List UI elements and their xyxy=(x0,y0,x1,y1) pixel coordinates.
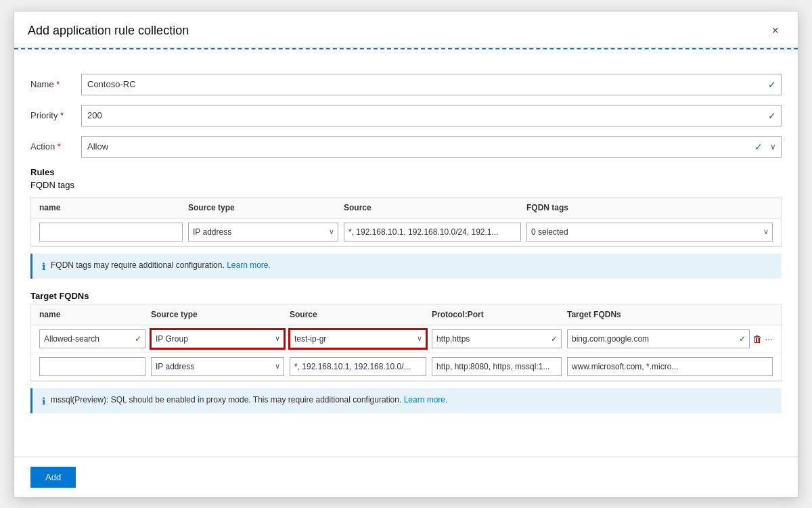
target-fqdns-row2-source-type-wrapper: IP address IP Group ∨ xyxy=(151,357,284,376)
target-fqdns-row1-source-select[interactable]: test-ip-gr xyxy=(290,329,426,348)
action-field-group: Action * Allow Deny ✓ ∨ xyxy=(30,136,782,158)
target-fqdns-header-protocol: Protocol:Port xyxy=(429,308,564,321)
target-fqdns-title: Target FQDNs xyxy=(30,291,782,301)
action-label: Action * xyxy=(30,141,81,152)
priority-input[interactable] xyxy=(81,105,782,126)
priority-check-icon: ✓ xyxy=(768,110,776,121)
name-check-icon: ✓ xyxy=(768,79,776,90)
target-fqdns-row1-protocol-check-icon: ✓ xyxy=(551,334,558,344)
fqdn-tags-info-text: FQDN tags may require additional configu… xyxy=(51,260,271,270)
fqdn-tags-source-input[interactable] xyxy=(344,223,521,241)
fqdn-tags-row-source-type-cell: IP address IP Group ∨ xyxy=(185,221,341,243)
target-fqdns-row2-protocol-cell xyxy=(429,356,564,377)
priority-label: Priority * xyxy=(30,110,81,120)
close-button[interactable]: × xyxy=(766,21,784,41)
target-fqdns-row1-source-type-select[interactable]: IP Group IP address xyxy=(151,329,284,348)
add-button[interactable]: Add xyxy=(30,467,76,488)
fqdn-tags-source-type-wrapper: IP address IP Group ∨ xyxy=(188,223,338,241)
target-fqdns-row2-source-cell xyxy=(287,356,429,377)
modal-footer: Add xyxy=(14,457,798,497)
target-fqdns-row1-delete-icon[interactable]: 🗑 xyxy=(752,333,762,344)
target-fqdns-row1-name-cell: ✓ xyxy=(37,328,148,350)
fqdn-tags-subtitle: FQDN tags xyxy=(30,180,782,190)
fqdn-tags-source-type-select[interactable]: IP address IP Group xyxy=(188,223,338,241)
target-fqdns-row-2: IP address IP Group ∨ xyxy=(31,353,781,381)
add-application-rule-modal: Add application rule collection × Name *… xyxy=(14,11,798,498)
target-fqdns-row1-protocol-input[interactable] xyxy=(432,329,562,348)
target-fqdns-row2-source-type-select[interactable]: IP address IP Group xyxy=(151,357,284,376)
target-fqdns-row1-targets-wrapper: ✓ xyxy=(567,329,750,348)
mssql-info-text: mssql(Preview): SQL should be enabled in… xyxy=(51,395,447,405)
fqdn-tags-header-name: name xyxy=(37,202,185,214)
fqdn-tags-header-source-type: Source type xyxy=(185,202,341,214)
modal-header: Add application rule collection × xyxy=(14,11,798,48)
fqdn-tags-tags-wrapper: 0 selected ∨ xyxy=(526,223,773,241)
dotted-separator xyxy=(14,48,798,49)
target-fqdns-row2-name-cell xyxy=(37,356,148,377)
target-fqdns-row1-targets-cell: ✓ 🗑 ··· xyxy=(564,328,775,350)
fqdn-tags-row-source-cell xyxy=(341,221,524,243)
action-select[interactable]: Allow Deny xyxy=(81,136,782,158)
target-fqdns-row1-protocol-wrapper: ✓ xyxy=(432,329,562,348)
target-fqdns-row1-more-icon[interactable]: ··· xyxy=(765,333,773,344)
target-fqdns-section: Target FQDNs name Source type Source Pro… xyxy=(30,291,782,413)
modal-body: Name * ✓ Priority * ✓ Action * xyxy=(14,60,798,457)
target-fqdns-row1-targets-check-icon: ✓ xyxy=(739,334,746,344)
priority-field-group: Priority * ✓ xyxy=(30,105,782,126)
fqdn-tags-table: name Source type Source FQDN tags xyxy=(30,197,782,247)
fqdn-tags-header-fqdn-tags: FQDN tags xyxy=(524,202,775,214)
name-label: Name * xyxy=(30,79,81,89)
target-fqdns-row2-targets-input[interactable] xyxy=(567,357,773,376)
target-fqdns-row1-source-cell: test-ip-gr ∨ xyxy=(287,328,429,350)
mssql-info-box: ℹ mssql(Preview): SQL should be enabled … xyxy=(30,388,782,413)
fqdn-tags-row-name-cell xyxy=(37,221,185,243)
target-fqdns-row1-name-check-icon: ✓ xyxy=(135,334,141,344)
target-fqdns-header-targets: Target FQDNs xyxy=(564,308,775,321)
name-required-star: * xyxy=(56,79,60,89)
target-fqdns-row1-targets-input[interactable] xyxy=(567,329,750,348)
target-fqdns-row2-protocol-input[interactable] xyxy=(432,357,562,376)
target-fqdns-row1-name-input[interactable] xyxy=(39,329,145,348)
fqdn-tags-table-row: IP address IP Group ∨ xyxy=(31,218,781,246)
target-fqdns-row1-source-wrapper: test-ip-gr ∨ xyxy=(290,329,426,348)
name-field-group: Name * ✓ xyxy=(30,74,782,95)
fqdn-tags-header-source: Source xyxy=(341,202,524,214)
fqdn-tags-select[interactable]: 0 selected xyxy=(526,223,773,241)
target-fqdns-header-name: name xyxy=(37,308,148,321)
priority-required-star: * xyxy=(60,110,64,120)
mssql-learn-more-link[interactable]: Learn more. xyxy=(404,395,448,405)
target-fqdns-row1-source-type-cell: IP Group IP address ∨ xyxy=(148,328,287,350)
fqdn-tags-info-icon: ℹ xyxy=(42,261,45,272)
target-fqdns-row2-targets-cell xyxy=(564,356,775,377)
fqdn-tags-name-input[interactable] xyxy=(39,223,183,241)
fqdn-tags-row-tags-cell: 0 selected ∨ xyxy=(524,221,775,243)
action-select-wrapper: Allow Deny ✓ ∨ xyxy=(81,136,782,158)
action-required-star: * xyxy=(58,141,61,152)
target-fqdns-row2-source-input[interactable] xyxy=(290,357,426,376)
fqdn-tags-section: FQDN tags name Source type Source FQDN t… xyxy=(30,180,782,279)
target-fqdns-row-1: ✓ IP Group IP address ∨ xyxy=(31,325,781,353)
fqdn-tags-learn-more-link[interactable]: Learn more. xyxy=(227,260,271,270)
fqdn-tags-info-box: ℹ FQDN tags may require additional confi… xyxy=(30,254,782,279)
modal-title: Add application rule collection xyxy=(28,24,189,38)
target-fqdns-header-source-type: Source type xyxy=(148,308,287,321)
fqdn-tags-table-header: name Source type Source FQDN tags xyxy=(31,198,781,218)
fqdn-tags-source-wrapper xyxy=(344,223,521,241)
priority-input-wrapper: ✓ xyxy=(81,105,782,126)
name-input[interactable] xyxy=(81,74,782,95)
target-fqdns-row2-source-type-cell: IP address IP Group ∨ xyxy=(148,356,287,377)
target-fqdns-table: name Source type Source Protocol:Port Ta… xyxy=(30,304,782,382)
target-fqdns-row1-name-wrapper: ✓ xyxy=(39,329,145,348)
name-input-wrapper: ✓ xyxy=(81,74,782,95)
mssql-info-icon: ℹ xyxy=(42,396,45,407)
target-fqdns-row2-name-input[interactable] xyxy=(39,357,145,376)
target-fqdns-table-header: name Source type Source Protocol:Port Ta… xyxy=(31,304,781,325)
rules-title: Rules xyxy=(30,167,782,177)
target-fqdns-header-source: Source xyxy=(287,308,429,321)
target-fqdns-row1-source-type-wrapper: IP Group IP address ∨ xyxy=(151,329,284,348)
target-fqdns-row1-protocol-cell: ✓ xyxy=(429,328,564,350)
action-check-icon: ✓ xyxy=(754,141,763,152)
